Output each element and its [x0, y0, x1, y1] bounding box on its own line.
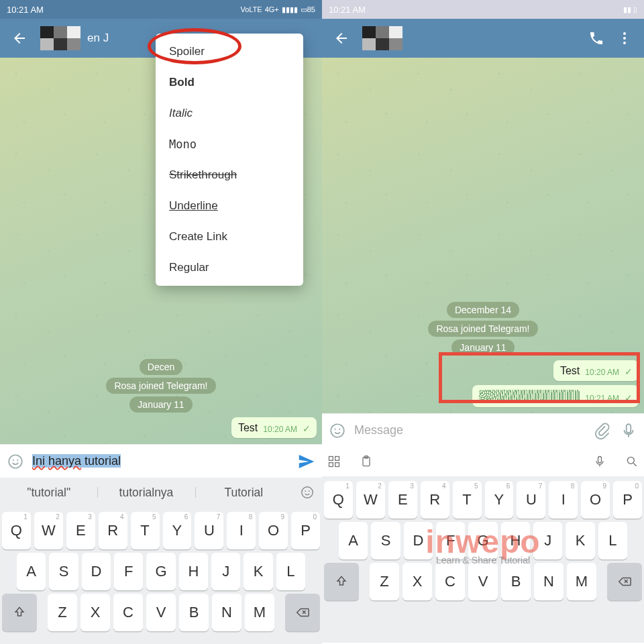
key-f[interactable]: F: [436, 522, 465, 559]
key-i[interactable]: I8: [549, 481, 578, 519]
key-n[interactable]: N: [534, 563, 564, 600]
menu-strikethrough[interactable]: Strikethrough: [156, 160, 303, 191]
status-right: VoLTE 4G+ ▮▮▮▮ ▭85: [240, 5, 315, 14]
spoiler-message-bubble[interactable]: 10:21 AM ✓: [472, 385, 639, 407]
key-o[interactable]: O9: [259, 512, 288, 549]
key-f[interactable]: F: [114, 553, 143, 590]
message-bubble[interactable]: Test 10:20 AM ✓: [231, 417, 317, 438]
mic-button[interactable]: [619, 421, 639, 441]
menu-spoiler[interactable]: Spoiler: [156, 36, 303, 67]
key-l[interactable]: L: [598, 522, 627, 559]
key-j[interactable]: J: [533, 522, 562, 559]
call-button[interactable]: [582, 24, 610, 52]
key-c[interactable]: C: [435, 563, 465, 600]
kb-clipboard-icon[interactable]: [360, 455, 373, 468]
key-t[interactable]: T5: [453, 481, 482, 519]
svg-point-0: [9, 455, 22, 468]
message-bubble[interactable]: Test 10:20 AM ✓: [553, 360, 639, 381]
emoji-button[interactable]: [5, 451, 25, 472]
send-button[interactable]: [297, 451, 317, 472]
screenshot-right: 10:21 AM ▮▮ ▯ December 14 Rosa joined Te…: [322, 0, 644, 644]
back-button[interactable]: [5, 24, 34, 52]
key-y[interactable]: Y6: [485, 481, 514, 519]
status-time: 10:21 AM: [329, 5, 366, 15]
key-t[interactable]: T5: [131, 512, 160, 549]
key-b[interactable]: B: [179, 594, 209, 631]
key-k[interactable]: K: [566, 522, 594, 559]
key-u[interactable]: U7: [517, 481, 545, 519]
key-g[interactable]: G: [468, 522, 497, 559]
shift-key[interactable]: [2, 594, 37, 631]
key-z[interactable]: Z: [370, 563, 399, 600]
attach-button[interactable]: [592, 421, 612, 441]
key-r[interactable]: R4: [421, 481, 449, 519]
backspace-key[interactable]: [285, 594, 320, 631]
key-b[interactable]: B: [501, 563, 531, 600]
key-x[interactable]: X: [80, 594, 110, 631]
key-h[interactable]: H: [179, 553, 208, 590]
backspace-key[interactable]: [607, 563, 642, 600]
key-r[interactable]: R4: [99, 512, 127, 549]
key-h[interactable]: H: [501, 522, 530, 559]
input-word: Ini: [32, 454, 45, 468]
svg-point-3: [302, 487, 313, 498]
menu-italic[interactable]: Italic: [156, 98, 303, 129]
key-o[interactable]: O9: [581, 481, 610, 519]
emoji-suggestion-icon[interactable]: [292, 485, 322, 500]
message-input[interactable]: Ini hanya tutorial: [32, 454, 290, 468]
suggestion[interactable]: tutorialnya: [97, 486, 195, 500]
key-k[interactable]: K: [244, 553, 272, 590]
svg-rect-13: [329, 457, 333, 461]
key-u[interactable]: U7: [195, 512, 223, 549]
key-p[interactable]: P0: [291, 512, 320, 549]
menu-mono[interactable]: Mono: [156, 129, 303, 160]
menu-bold[interactable]: Bold: [156, 67, 303, 98]
message-input[interactable]: Message: [354, 423, 585, 437]
input-word: tutorial: [85, 454, 121, 468]
key-l[interactable]: L: [276, 553, 305, 590]
menu-regular[interactable]: Regular: [156, 252, 303, 283]
menu-create-link[interactable]: Create Link: [156, 221, 303, 252]
avatar[interactable]: [362, 26, 402, 50]
avatar[interactable]: [40, 26, 80, 50]
key-q[interactable]: Q1: [2, 512, 31, 549]
key-s[interactable]: S: [49, 553, 78, 590]
key-e[interactable]: E3: [66, 512, 95, 549]
more-button[interactable]: [610, 24, 639, 52]
key-d[interactable]: D: [404, 522, 433, 559]
key-c[interactable]: C: [113, 594, 143, 631]
chat-area[interactable]: December 14 Rosa joined Telegram! Januar…: [322, 58, 644, 413]
back-button[interactable]: [327, 24, 356, 52]
key-q[interactable]: Q1: [324, 481, 353, 519]
svg-point-1: [13, 459, 14, 460]
kb-search-icon[interactable]: [625, 455, 639, 468]
key-i[interactable]: I8: [227, 512, 256, 549]
key-p[interactable]: P0: [613, 481, 642, 519]
spoiler-content[interactable]: [479, 390, 580, 403]
key-w[interactable]: W2: [356, 481, 385, 519]
key-y[interactable]: Y6: [163, 512, 192, 549]
menu-underline[interactable]: Underline: [156, 191, 303, 221]
emoji-button[interactable]: [327, 421, 347, 441]
key-z[interactable]: Z: [48, 594, 77, 631]
key-n[interactable]: N: [212, 594, 241, 631]
key-m[interactable]: M: [245, 594, 274, 631]
svg-rect-19: [598, 457, 602, 463]
key-s[interactable]: S: [371, 522, 400, 559]
key-j[interactable]: J: [211, 553, 240, 590]
shift-key[interactable]: [324, 563, 359, 600]
key-a[interactable]: A: [339, 522, 368, 559]
suggestion[interactable]: "tutorial": [0, 486, 97, 500]
key-e[interactable]: E3: [388, 481, 417, 519]
key-x[interactable]: X: [402, 563, 432, 600]
key-v[interactable]: V: [468, 563, 498, 600]
kb-mic-icon[interactable]: [593, 455, 606, 468]
key-d[interactable]: D: [82, 553, 111, 590]
kb-grid-icon[interactable]: [327, 455, 341, 468]
suggestion[interactable]: Tutorial: [195, 486, 292, 500]
key-w[interactable]: W2: [34, 512, 63, 549]
key-m[interactable]: M: [567, 563, 596, 600]
key-a[interactable]: A: [17, 553, 46, 590]
key-v[interactable]: V: [146, 594, 176, 631]
key-g[interactable]: G: [146, 553, 175, 590]
